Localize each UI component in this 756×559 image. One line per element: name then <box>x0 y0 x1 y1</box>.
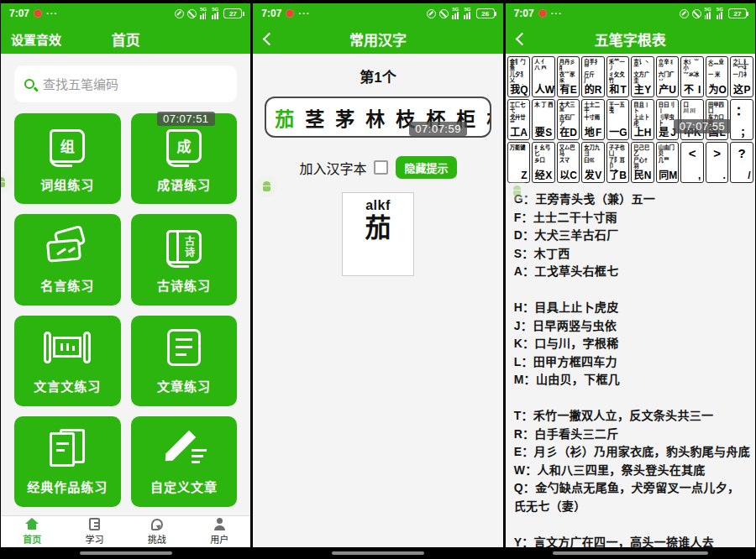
home-indicator[interactable] <box>553 551 708 555</box>
key-letter: C <box>570 170 577 181</box>
wubi-key: 立辛丬⺍ 六门疒 丷 产U <box>656 56 680 97</box>
custom-article-button[interactable]: 自定义文章 <box>131 416 238 507</box>
key-letter: P <box>743 85 750 96</box>
key-radicals: 月丹彡⺼ 衣⺌豕乑 乃用氺 <box>558 57 580 85</box>
key-radicals: 之辶廴 宀冖礻 一⺆衤 <box>731 57 753 85</box>
wubi-key: 火灬业⺌ 一 米 为O <box>706 56 729 97</box>
cards-icon <box>45 228 89 265</box>
article-practice-button[interactable]: 文章练习 <box>131 316 238 406</box>
wubi-key: 女刀九彐 臼巛 发V <box>581 142 605 183</box>
wubi-key: ? / <box>730 142 753 183</box>
key-example-char: 我 <box>510 85 520 96</box>
timestamp-overlay: 07:07:51 <box>157 112 215 126</box>
key-radicals: 人 亻 八 癶 <box>533 57 554 85</box>
key-radicals: 金钅勹鱼 儿夕犭乂 儿タク匚 <box>508 57 530 85</box>
signal-5g-icon: 5G <box>200 8 208 19</box>
wubi-key: ： ； <box>730 99 753 140</box>
key-letter: , <box>698 170 701 181</box>
notebook-icon <box>89 518 100 530</box>
wubi-keyboard-table: 金钅勹鱼 儿夕犭乂 儿タク匚 我Q 人 亻 八 癶 人W 月丹彡⺼ 衣⺌豕乑 乃… <box>506 54 755 183</box>
quotes-practice-button[interactable]: 名言练习 <box>14 214 121 305</box>
key-example-char: 不 <box>684 85 694 96</box>
key-example-char: 一 <box>609 128 619 138</box>
home-indicator[interactable] <box>332 551 424 555</box>
tab-challenge[interactable]: 挑战 <box>126 516 188 547</box>
classical-chinese-practice-button[interactable]: 文言文练习 <box>14 316 121 406</box>
key-radicals: 工匚七弋 戈廾廿艹 一 <box>508 100 530 128</box>
key-radicals: 纟幺弓匕 乡口 <box>533 143 554 170</box>
home-indicator[interactable] <box>80 551 172 555</box>
key-radicals: < <box>681 143 703 170</box>
key-example-char: 发 <box>585 170 595 181</box>
key-letter: I <box>698 85 701 96</box>
books-icon <box>48 429 87 468</box>
current-character: 茄 <box>275 103 294 132</box>
mnemonic-line: W：人和八三四里，祭头登头在其底 <box>514 462 750 480</box>
phrase-practice-button[interactable]: 组 词组练习 <box>14 113 121 204</box>
mnemonic-line <box>514 281 750 300</box>
key-radicals: 子孑也凵 了阝耳卩 ⺋⻖ <box>607 143 629 170</box>
tab-user[interactable]: 用户 <box>188 516 250 547</box>
wubi-key: 言讠丶亠 文方广 圭 主Y <box>631 56 654 97</box>
hide-hint-button[interactable]: 隐藏提示 <box>396 156 456 179</box>
status-time: 7:07 <box>514 8 534 19</box>
timestamp-overlay: 07:07:55 <box>674 119 732 133</box>
wubi-key: 之辶廴 宀冖礻 一⺆衤 这P <box>730 56 753 97</box>
key-letter: ； <box>740 128 750 138</box>
key-radicals: > <box>706 143 728 170</box>
book-icon: 成 <box>166 129 202 163</box>
mnemonic-line: Y：言文方广在四一，高头一捺谁人去 <box>514 534 750 548</box>
system-bottom-bar <box>253 547 502 559</box>
wubi-key: 纟幺弓匕 乡口 经X <box>532 142 555 183</box>
status-bar: 7:07 ··· 5G 5G 27 <box>506 3 755 24</box>
key-radicals: 水氵⺌小 ⺍氺冰 <box>681 57 703 85</box>
key-radicals: 言讠丶亠 文方广 圭 <box>632 57 654 85</box>
key-example-char: 要 <box>535 128 545 138</box>
wubi-key: 人 亻 八 癶 人W <box>532 56 555 97</box>
status-icons: 5G 5G 27 <box>680 8 747 19</box>
sound-settings-button[interactable]: 设置音效 <box>11 30 61 48</box>
key-example-char: 为 <box>708 85 718 96</box>
floating-assistant-icon[interactable] <box>1 171 12 193</box>
ellipsis-icon: ··· <box>551 8 563 18</box>
mnemonic-line: R：白手看头三二斤 <box>514 426 750 444</box>
ellipsis-icon: ··· <box>46 8 58 18</box>
system-bottom-bar <box>506 547 755 559</box>
idiom-practice-button[interactable]: 成 成语练习 <box>131 113 238 204</box>
signal-5g-icon-2: 5G <box>464 8 472 19</box>
key-radicals: 大犬三⺷ 古石厂ア ナ <box>558 100 580 128</box>
mnemonic-line: Q：金勺缺点无尾鱼，犬旁留叉一点儿夕，氏无七（妻） <box>514 479 750 515</box>
key-letter: S <box>545 128 552 138</box>
tab-study[interactable]: 学习 <box>63 516 125 547</box>
key-letter: U <box>669 85 676 96</box>
key-example-char: 是 <box>659 128 669 138</box>
wubi-key: 王一五 戋 一G <box>606 99 630 140</box>
wubi-key: 山由门贝 几⺲ 同M <box>656 142 680 183</box>
character: 茅 <box>335 103 354 132</box>
key-radicals: 又厶巴马 スマ <box>558 143 580 170</box>
page-title: 常用汉字 <box>253 29 502 50</box>
character: 茎 <box>305 103 324 132</box>
keyboard-row-3: 万能键 Z 纟幺弓匕 乡口 经X 又厶巴马 スマ 以C 女刀九彐 臼巛 发V <box>507 142 753 183</box>
link-icon <box>680 9 689 18</box>
wubi-key: 土士二干 十寸雨 地F <box>581 99 605 140</box>
key-example-char: 民 <box>634 170 644 181</box>
add-to-book-checkbox[interactable] <box>374 160 388 175</box>
recording-dot-icon <box>286 9 294 18</box>
tab-home[interactable]: 首页 <box>1 516 63 547</box>
pencil-icon <box>161 429 207 468</box>
poem-practice-button[interactable]: 古诗 古诗练习 <box>131 214 238 305</box>
key-letter: G <box>619 128 627 138</box>
user-icon <box>213 518 226 530</box>
search-input[interactable] <box>43 77 227 91</box>
search-box[interactable] <box>14 65 237 102</box>
key-example-char: 工 <box>510 128 520 138</box>
floating-assistant-icon[interactable] <box>507 180 528 201</box>
system-bottom-bar <box>1 547 250 559</box>
classic-works-practice-button[interactable]: 经典作品练习 <box>14 416 121 507</box>
key-letter: V <box>595 170 601 181</box>
wubi-key: 子孑也凵 了阝耳卩 ⺋⻖ 了B <box>606 142 630 183</box>
floating-assistant-icon[interactable] <box>255 175 277 197</box>
key-letter: A <box>520 128 528 138</box>
key-letter: Z <box>521 170 527 181</box>
